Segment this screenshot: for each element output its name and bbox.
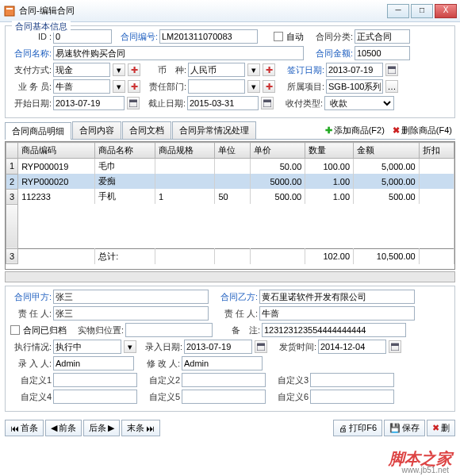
indate-picker-icon[interactable] [255,340,267,353]
start-date-label: 开始日期: [10,98,52,109]
archived-checkbox[interactable] [10,325,20,335]
exec-field[interactable] [53,340,121,354]
auto-checkbox[interactable] [274,32,283,41]
svg-rect-5 [129,100,137,102]
window-title: 合同-编辑合同 [19,5,385,17]
minimize-button[interactable]: ─ [387,4,409,18]
next-button[interactable]: 后条▶ [83,420,120,436]
delete-button[interactable]: ✖删 [427,420,455,436]
tab-documents[interactable]: 合同文档 [122,121,171,139]
bottom-nav: ⏮首条 ◀前条 后条▶ 末条⏭ 🖨打印F6 💾保存 ✖删 [0,418,460,438]
resp-a-label: 责 任 人: [10,308,52,320]
svg-rect-3 [388,67,396,69]
table-row[interactable]: 2RYP000020爱痴5000.001.005,000.00 [6,174,454,189]
group-title: 合同基本信息 [12,21,71,33]
start-date-picker-icon[interactable] [127,97,140,109]
currency-dropdown-icon[interactable]: ▾ [247,63,260,76]
table-row[interactable]: 3112233手机150500.001.00500.00 [6,189,454,204]
currency-field[interactable] [188,63,245,77]
exec-dropdown-icon[interactable]: ▾ [124,340,136,353]
watermark-url: www.jb51.net [402,466,449,474]
table-row[interactable]: 1RYP000019毛巾50.00100.005,000.00 [6,159,454,175]
product-grid[interactable]: 商品编码商品名称商品规格单位 单价数量金额折扣 1RYP000019毛巾50.0… [5,141,455,270]
inby-field[interactable] [53,356,134,370]
category-field[interactable] [355,29,410,44]
svg-rect-0 [5,6,14,16]
details-group: 合同甲方: 合同乙方: 责 任 人: 责 任 人: 合同已归档 实物归位置: 备… [5,286,455,412]
project-picker-icon[interactable]: … [385,80,398,93]
party-b-label: 合同乙方: [210,291,258,303]
tab-exceptions[interactable]: 合同异常情况处理 [172,121,256,139]
start-date-field[interactable] [53,96,125,110]
name-field[interactable] [53,46,304,60]
dept-field[interactable] [188,79,245,94]
delete-product-button[interactable]: ✖删除商品(F4) [389,123,455,138]
party-a-field[interactable] [53,290,209,304]
svg-rect-1 [6,8,13,10]
c6-label: 自定义6 [267,391,309,403]
indate-field[interactable] [184,340,252,354]
tab-products[interactable]: 合同商品明细 [5,122,71,140]
payment-label: 支付方式: [10,64,52,76]
ship-field[interactable] [318,340,386,354]
end-date-picker-icon[interactable] [261,97,274,109]
inby-label: 录 入 人: [10,358,52,370]
save-icon: 💾 [389,423,401,433]
next-icon: ▶ [108,423,114,433]
prev-button[interactable]: ◀前条 [45,420,82,436]
sign-date-picker-icon[interactable] [385,63,398,76]
note-label: 备 注: [214,324,260,336]
location-field[interactable] [125,323,213,337]
contract-no-field[interactable] [159,29,258,44]
end-date-field[interactable] [187,96,259,110]
sales-dropdown-icon[interactable]: ▾ [113,80,125,93]
currency-add-icon[interactable]: ✚ [263,63,275,76]
c5-field[interactable] [182,390,266,404]
add-product-button[interactable]: ✚添加商品(F2) [322,123,388,138]
svg-rect-9 [257,344,265,346]
resp-b-field[interactable] [259,306,415,321]
sign-date-field[interactable] [326,63,383,77]
maximize-button[interactable]: □ [411,4,433,18]
project-field[interactable] [326,79,383,94]
c6-field[interactable] [310,390,394,404]
resp-a-field[interactable] [53,306,209,321]
ship-picker-icon[interactable] [389,340,401,353]
sales-add-icon[interactable]: ✚ [128,80,140,93]
last-button[interactable]: 末条⏭ [121,420,160,436]
payment-add-icon[interactable]: ✚ [128,63,140,76]
app-icon [3,5,16,17]
save-button[interactable]: 💾保存 [384,420,425,436]
id-label: ID : [10,32,52,41]
rcvtype-select[interactable]: 收款 [324,96,394,110]
amount-field[interactable] [355,46,410,60]
first-icon: ⏮ [10,424,19,433]
payment-dropdown-icon[interactable]: ▾ [113,63,125,76]
note-field[interactable] [262,323,406,337]
amount-label: 合同金额: [305,48,353,60]
dept-dropdown-icon[interactable]: ▾ [247,80,260,93]
print-icon: 🖨 [339,424,347,433]
name-label: 合同名称: [10,48,52,60]
c2-field[interactable] [182,373,266,387]
sales-field[interactable] [53,79,110,94]
party-b-field[interactable] [259,290,415,304]
close-button[interactable]: X [435,4,457,18]
ship-label: 发货时间: [269,341,316,353]
horizontal-scrollbar[interactable] [5,271,455,282]
c4-field[interactable] [53,390,137,404]
payment-field[interactable] [53,63,110,77]
project-label: 所属项目: [277,81,324,93]
dept-add-icon[interactable]: ✚ [263,80,275,93]
c3-label: 自定义3 [267,374,309,386]
tab-content[interactable]: 合同内容 [72,121,121,139]
print-button[interactable]: 🖨打印F6 [333,420,382,436]
first-button[interactable]: ⏮首条 [5,420,44,436]
party-a-label: 合同甲方: [10,291,52,303]
c3-field[interactable] [310,373,394,387]
c5-label: 自定义5 [139,391,180,403]
modby-field[interactable] [182,356,263,370]
c1-field[interactable] [53,373,137,387]
c2-label: 自定义2 [139,374,180,386]
sales-label: 业 务 员: [10,81,52,93]
